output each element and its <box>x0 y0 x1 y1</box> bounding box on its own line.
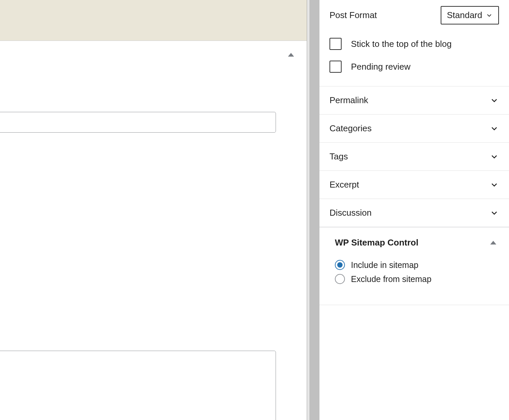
post-format-row: Post Format Standard <box>319 0 509 32</box>
panel-excerpt[interactable]: Excerpt <box>319 171 509 199</box>
panel-permalink-label: Permalink <box>330 95 368 106</box>
sticky-label: Stick to the top of the blog <box>351 39 452 49</box>
chevron-down-icon <box>486 12 493 19</box>
sitemap-exclude-row[interactable]: Exclude from sitemap <box>319 272 509 286</box>
sitemap-include-label: Include in sitemap <box>351 260 419 270</box>
editor-area <box>0 0 307 420</box>
pending-label: Pending review <box>351 62 411 72</box>
wp-sitemap-body: Include in sitemap Exclude from sitemap <box>319 258 509 305</box>
chevron-down-icon <box>490 180 499 190</box>
sticky-row: Stick to the top of the blog <box>319 32 509 55</box>
pending-checkbox[interactable] <box>330 61 342 73</box>
sitemap-exclude-label: Exclude from sitemap <box>351 274 431 284</box>
post-format-value: Standard <box>447 10 482 20</box>
sticky-checkbox[interactable] <box>330 38 342 50</box>
chevron-down-icon <box>490 208 499 218</box>
panel-tags[interactable]: Tags <box>319 143 509 171</box>
panel-excerpt-label: Excerpt <box>330 180 359 190</box>
post-settings-sidebar: Post Format Standard Stick to the top of… <box>319 0 509 420</box>
panel-discussion[interactable]: Discussion <box>319 199 509 227</box>
wp-sitemap-header[interactable]: WP Sitemap Control <box>319 227 509 258</box>
editor-canvas-band <box>0 0 307 41</box>
chevron-down-icon <box>490 152 499 161</box>
wp-sitemap-title: WP Sitemap Control <box>335 237 418 248</box>
metabox-collapse-icon[interactable] <box>288 53 294 57</box>
panel-categories-label: Categories <box>330 123 372 134</box>
chevron-down-icon <box>490 124 499 133</box>
panel-permalink[interactable]: Permalink <box>319 86 509 115</box>
sitemap-exclude-radio[interactable] <box>335 274 345 284</box>
editor-splitter-handle[interactable] <box>307 0 309 420</box>
pending-row: Pending review <box>319 55 509 86</box>
wp-sitemap-control: WP Sitemap Control Include in sitemap Ex… <box>319 227 509 305</box>
meta-text-input[interactable] <box>0 112 276 133</box>
sitemap-include-radio[interactable] <box>335 260 345 270</box>
triangle-up-icon <box>490 241 496 244</box>
sitemap-include-row[interactable]: Include in sitemap <box>319 258 509 272</box>
meta-textarea[interactable] <box>0 351 276 420</box>
panel-discussion-label: Discussion <box>330 208 372 218</box>
editor-splitter[interactable] <box>307 0 319 420</box>
panel-tags-label: Tags <box>330 151 348 162</box>
post-format-select[interactable]: Standard <box>441 6 499 24</box>
panel-categories[interactable]: Categories <box>319 115 509 143</box>
post-format-label: Post Format <box>330 10 377 20</box>
chevron-down-icon <box>490 96 499 105</box>
